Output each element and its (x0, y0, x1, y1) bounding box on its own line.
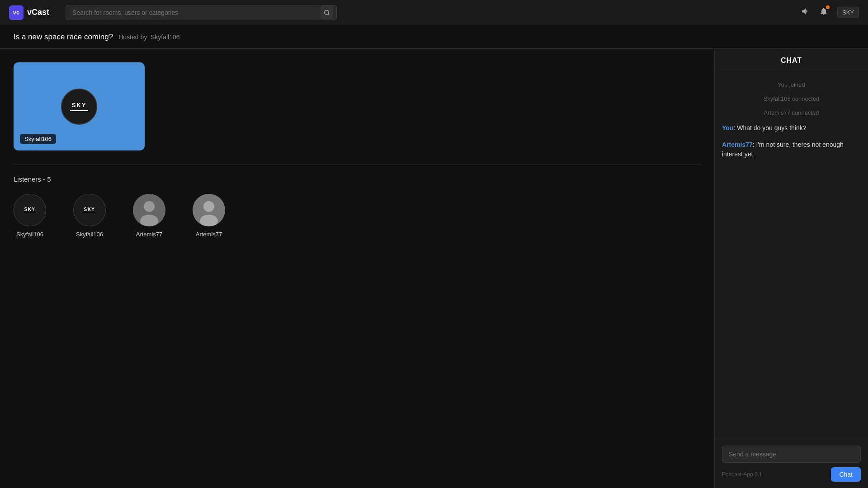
hosted-by: Hosted by: Skyfall106 (118, 33, 179, 41)
chat-send-button[interactable]: Chat (831, 467, 861, 482)
message-author: You (722, 124, 733, 131)
speaker-name-tag: Skyfall106 (20, 134, 56, 144)
listener-name: Artemis77 (136, 231, 163, 238)
search-bar (66, 5, 337, 20)
speaker-card: SKY Skyfall106 (14, 62, 145, 150)
listener-name: Artemis77 (196, 231, 222, 238)
speaker-avatar-text: SKY (70, 102, 88, 109)
listener-avatar (193, 194, 225, 226)
content-area: SKY Skyfall106 Listeners - 5 SKY Skyfall… (0, 49, 714, 488)
listeners-label: Listeners - 5 (14, 175, 701, 183)
listener-avatar: SKY (73, 194, 106, 226)
room-title: Is a new space race coming? (14, 33, 113, 42)
speaker-icon[interactable] (801, 7, 810, 18)
message-author: Artemis77 (722, 141, 753, 148)
listeners-grid: SKY Skyfall106 SKY Skyfall106 (14, 194, 701, 238)
system-message: Skyfall106 connected (722, 95, 861, 102)
chat-header: CHAT (715, 49, 868, 72)
listener-avatar (133, 194, 165, 226)
listener-name: Skyfall106 (16, 231, 43, 238)
section-divider (14, 164, 701, 164)
list-item: SKY Skyfall106 (14, 194, 46, 238)
speaker-avatar-line (70, 110, 88, 111)
svg-point-3 (144, 201, 155, 212)
main-layout: SKY Skyfall106 Listeners - 5 SKY Skyfall… (0, 49, 868, 488)
svg-point-6 (203, 201, 214, 212)
app-label: Podcast-App 0.1 (722, 471, 762, 478)
logo-text: vCast (27, 8, 49, 17)
listener-avatar: SKY (14, 194, 46, 226)
search-input[interactable] (66, 5, 337, 20)
top-navigation: vc vCast SKY (0, 0, 868, 25)
system-message: Artemis77 connected (722, 109, 861, 116)
system-message: You joined (722, 81, 861, 88)
svg-point-0 (325, 10, 329, 14)
svg-line-1 (328, 14, 330, 15)
chat-messages: You joined Skyfall106 connected Artemis7… (715, 72, 868, 439)
list-item: Artemis77 (133, 194, 165, 238)
chat-message: Artemis77: I'm not sure, theres not enou… (722, 140, 861, 159)
user-badge[interactable]: SKY (837, 7, 859, 18)
bell-icon[interactable] (819, 7, 828, 18)
subheader: Is a new space race coming? Hosted by: S… (0, 25, 868, 49)
search-button[interactable] (321, 6, 333, 19)
chat-panel: CHAT You joined Skyfall106 connected Art… (714, 49, 868, 488)
chat-footer: Podcast-App 0.1 Chat (715, 439, 868, 488)
nav-right: SKY (801, 7, 859, 18)
chat-message: You: What do you guys think? (722, 123, 861, 133)
chat-bottom-row: Podcast-App 0.1 Chat (722, 467, 861, 482)
chat-input[interactable] (722, 446, 861, 463)
logo-block: vc vCast (9, 5, 49, 20)
notification-dot (826, 5, 830, 9)
list-item: Artemis77 (193, 194, 225, 238)
list-item: SKY Skyfall106 (73, 194, 106, 238)
speaker-avatar: SKY (61, 89, 97, 125)
logo-icon: vc (9, 5, 24, 20)
message-text: What do you guys think? (737, 124, 806, 131)
listener-name: Skyfall106 (76, 231, 103, 238)
